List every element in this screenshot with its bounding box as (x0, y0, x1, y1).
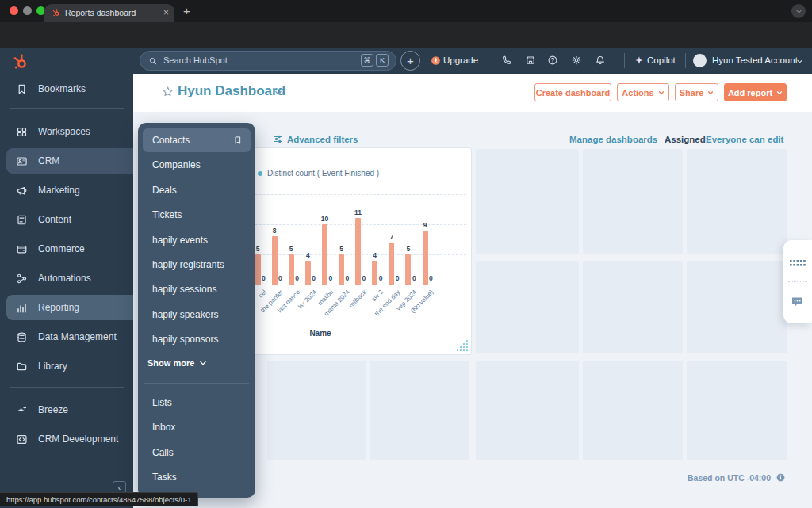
flyout-item-hapily-registrants[interactable]: hapily registrants (143, 253, 251, 277)
calling-phone-icon[interactable] (501, 55, 512, 66)
flyout-item-companies[interactable]: Companies (143, 153, 251, 177)
assigned-label: Assigned: (665, 135, 709, 144)
doc-icon (16, 214, 28, 226)
bar-no-value[interactable] (423, 231, 428, 285)
widget-divider (788, 281, 807, 282)
empty-report-card (267, 361, 366, 460)
bar-malibu[interactable] (322, 224, 327, 285)
window-close-button[interactable] (10, 6, 18, 15)
browser-toolbar: ← → ⟳ ☆ app.hubspot.com/reports-dashboar… (0, 22, 812, 48)
search-icon (148, 56, 158, 66)
bar-the-panter[interactable] (272, 236, 278, 285)
crm-flyout-menu: ContactsCompaniesDealsTicketshapily even… (138, 123, 255, 498)
bar-value-label: 10 (316, 215, 332, 223)
dashboard-title[interactable]: Hyun Dashboard (178, 83, 285, 99)
chevron-down-icon (707, 90, 714, 96)
sparkle-icon (16, 404, 28, 416)
bar-rollback[interactable] (355, 218, 361, 285)
account-name[interactable]: Hyun Tested Account (712, 55, 798, 65)
favorite-star-icon[interactable] (162, 86, 174, 97)
create-dashboard-button[interactable]: Create dashboard (534, 83, 611, 101)
empty-report-card (583, 261, 683, 353)
nodes-icon (16, 273, 28, 285)
copilot-button[interactable]: Copilot (647, 55, 676, 65)
flyout-item-inbox[interactable]: Inbox (143, 415, 251, 439)
account-chevron-down-icon (796, 58, 803, 65)
x-axis-line (251, 285, 466, 285)
flyout-item-contacts[interactable]: Contacts (143, 128, 251, 152)
new-tab-button[interactable]: + (183, 4, 190, 17)
drag-dots-icon[interactable] (790, 259, 806, 267)
flyout-item-tasks[interactable]: Tasks (143, 465, 251, 489)
chevron-down-icon (199, 359, 207, 367)
bookmark-icon[interactable] (233, 136, 243, 145)
bar-value-label: 9 (417, 221, 433, 229)
manage-dashboards-link[interactable]: Manage dashboards (569, 135, 657, 144)
window-minimize-button[interactable] (23, 6, 32, 15)
timezone-note: Based on UTC -04:00 (682, 473, 771, 483)
actions-button[interactable]: Actions (617, 83, 669, 101)
bar-last-dance[interactable] (289, 254, 294, 285)
bar-sw-2[interactable] (372, 261, 377, 285)
bar-value-label: 5 (400, 245, 416, 253)
empty-report-card (687, 261, 787, 353)
bar-mama-2024[interactable] (339, 254, 344, 285)
bars-icon (16, 302, 28, 314)
bar-the-end-day[interactable] (389, 243, 394, 285)
floating-side-widget (783, 240, 812, 323)
bar-value-label: 7 (384, 233, 400, 241)
chart-plot-area: 50cel80the panter50last dance40lsx 20241… (245, 148, 471, 354)
empty-report-card (476, 261, 579, 353)
help-icon[interactable] (547, 55, 558, 66)
browser-tab-strip: Reports dashboard × + (0, 0, 812, 22)
info-icon[interactable] (776, 472, 786, 483)
flyout-item-hapily-speakers[interactable]: hapily speakers (143, 303, 251, 327)
chevron-down-icon (776, 90, 783, 96)
flyout-item-tickets[interactable]: Tickets (143, 203, 251, 227)
database-icon (16, 331, 28, 343)
empty-report-card (687, 361, 787, 460)
flyout-item-hapily-sessions[interactable]: hapily sessions (143, 277, 251, 301)
flyout-item-hapily-sponsors[interactable]: hapily sponsors (143, 327, 251, 351)
show-more-button[interactable]: Show more (147, 354, 207, 372)
tab-search-button[interactable] (791, 4, 806, 18)
report-card-bar-chart[interactable]: Distinct count ( Event Finished ) 50cel8… (244, 147, 472, 355)
empty-report-card (476, 361, 579, 460)
assigned-value-link[interactable]: Everyone can edit (706, 135, 783, 144)
browser-status-bar: https://app.hubspot.com/contacts/4864758… (0, 492, 198, 506)
bar-cel[interactable] (255, 254, 261, 285)
hubspot-top-nav: Search HubSpot ⌘ K + Upgrade Copilot Hyu… (0, 48, 812, 74)
share-button[interactable]: Share (675, 83, 718, 101)
nav-divider (624, 53, 625, 68)
bookmark-icon (16, 83, 28, 95)
nav-divider-2 (685, 53, 686, 68)
flyout-item-lists[interactable]: Lists (143, 391, 251, 414)
browser-tab[interactable]: Reports dashboard × (44, 4, 174, 22)
flyout-item-hapily-events[interactable]: hapily events (143, 228, 251, 252)
upgrade-button[interactable]: Upgrade (443, 55, 478, 65)
title-chevron-down-icon[interactable] (274, 89, 282, 97)
marketplace-store-icon[interactable] (525, 55, 536, 66)
empty-report-card (370, 361, 469, 460)
search-placeholder: Search HubSpot (163, 55, 228, 65)
resize-handle[interactable] (456, 339, 469, 352)
advanced-filters-link[interactable]: Advanced filters (287, 135, 358, 144)
add-report-button[interactable]: Add report (724, 83, 787, 101)
flyout-item-calls[interactable]: Calls (143, 441, 251, 464)
notifications-bell-icon[interactable] (595, 55, 606, 66)
gridline (251, 194, 466, 195)
chevron-down-icon (795, 8, 802, 15)
x-tick-label: sw 2 (370, 288, 385, 303)
create-plus-button[interactable]: + (400, 51, 420, 71)
chat-bubble-icon[interactable] (791, 296, 805, 308)
bar-lsx-2024[interactable] (305, 261, 311, 285)
hubspot-logo[interactable] (11, 52, 30, 71)
bar-yep-2024[interactable] (405, 254, 411, 285)
chevron-down-icon (658, 90, 665, 96)
account-avatar[interactable] (693, 54, 707, 67)
settings-gear-icon[interactable] (571, 55, 582, 66)
empty-report-card (583, 149, 683, 254)
flyout-item-deals[interactable]: Deals (143, 178, 251, 202)
bar-value-label: 5 (283, 245, 299, 253)
tab-close-icon[interactable]: × (163, 7, 169, 18)
